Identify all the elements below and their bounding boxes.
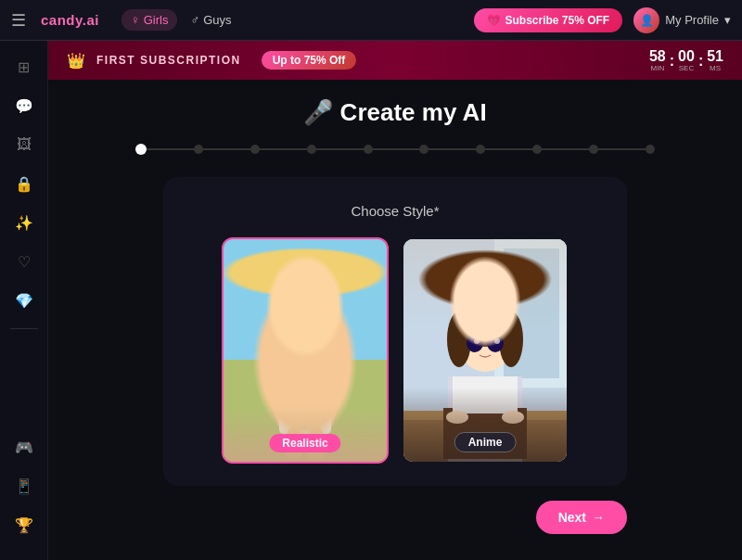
promo-banner: 👑 FIRST SUBSCRIPTION Up to 75% Off 58 Mi… — [48, 41, 742, 80]
realistic-image — [224, 239, 387, 462]
svg-point-6 — [277, 295, 333, 336]
next-label: Next — [558, 510, 586, 525]
progress-dot-3 — [307, 145, 316, 154]
progress-dot-2 — [250, 145, 260, 154]
progress-dot-4 — [364, 145, 373, 154]
svg-point-8 — [317, 309, 339, 355]
timer-minutes: 58 Min — [649, 49, 666, 72]
sidebar-icon-lock[interactable]: 🔒 — [7, 167, 41, 200]
crown-icon: 👑 — [67, 52, 85, 70]
timer-sep-2: : — [698, 53, 703, 70]
timer-ms: 51 Ms — [707, 49, 723, 72]
arrow-right-icon: → — [592, 510, 605, 525]
promo-timer: 58 Min : 00 Sec : 51 Ms — [649, 49, 723, 72]
svg-point-26 — [499, 312, 523, 367]
sidebar-icon-image[interactable]: 🖼 — [7, 128, 41, 161]
sidebar: ⊞ 💬 🖼 🔒 ✨ ♡ 💎 🎮 📱 🏆 — [0, 41, 48, 560]
subscribe-button[interactable]: 💗 Subscribe 75% OFF — [474, 8, 623, 32]
style-section-title: Choose Style* — [193, 203, 597, 219]
sidebar-divider — [10, 328, 38, 329]
svg-rect-22 — [453, 376, 518, 414]
timer-sec-label: Sec — [679, 64, 694, 72]
heart-icon: 💗 — [487, 14, 501, 27]
svg-point-23 — [457, 307, 513, 372]
promo-text: FIRST SUBSCRIPTION — [96, 54, 241, 67]
realistic-svg — [224, 239, 387, 462]
sidebar-icon-phone[interactable]: 📱 — [7, 469, 41, 503]
timer-ms-value: 51 — [707, 49, 723, 64]
svg-point-33 — [502, 411, 524, 424]
guys-label: Guys — [203, 13, 231, 27]
svg-point-31 — [494, 338, 500, 344]
svg-point-11 — [263, 371, 288, 414]
sidebar-icon-diamond[interactable]: 💎 — [7, 284, 41, 317]
progress-dot-6 — [476, 145, 485, 154]
sidebar-icon-trophy[interactable]: 🏆 — [7, 508, 41, 541]
style-card-anime[interactable]: Anime — [402, 237, 569, 464]
gender-selector: ♀ Girls ♂ Guys — [122, 9, 241, 31]
content-area: 👑 FIRST SUBSCRIPTION Up to 75% Off 58 Mi… — [48, 41, 742, 560]
style-container: Choose Style* — [163, 177, 627, 486]
sidebar-bottom: 🎮 📱 🏆 — [7, 430, 41, 551]
svg-rect-27 — [455, 313, 515, 332]
svg-point-5 — [279, 298, 331, 357]
style-cards: Realistic — [193, 237, 597, 464]
timer-ms-label: Ms — [710, 64, 721, 72]
sidebar-icon-chat[interactable]: 💬 — [7, 89, 41, 122]
anime-label: Anime — [454, 432, 517, 452]
progress-line-1 — [203, 148, 250, 150]
progress-dot-8 — [589, 145, 598, 154]
svg-point-24 — [455, 302, 515, 347]
brand-candy: candy — [41, 12, 83, 28]
progress-dot-7 — [532, 145, 542, 154]
svg-point-7 — [271, 309, 293, 355]
brand-ai: ai — [86, 12, 99, 28]
hamburger-icon[interactable]: ☰ — [11, 10, 26, 31]
svg-point-10 — [309, 326, 316, 332]
create-ai-title: 🎤 Create my AI — [303, 98, 486, 127]
progress-line-8 — [598, 148, 646, 150]
brand-logo: candy.ai — [41, 12, 99, 28]
chevron-down-icon: ▾ — [724, 13, 731, 27]
svg-point-30 — [474, 338, 480, 344]
gender-guys[interactable]: ♂ Guys — [181, 9, 240, 31]
svg-rect-15 — [403, 239, 567, 462]
progress-line-4 — [373, 148, 420, 150]
anime-svg — [403, 239, 567, 462]
male-icon: ♂ — [190, 13, 199, 27]
progress-line-0 — [147, 148, 194, 150]
main-layout: ⊞ 💬 🖼 🔒 ✨ ♡ 💎 🎮 📱 🏆 👑 FIRST SUBSCRIPTION… — [0, 41, 742, 560]
female-icon: ♀ — [131, 13, 140, 27]
svg-point-3 — [277, 364, 333, 401]
gender-girls[interactable]: ♀ Girls — [122, 9, 177, 31]
progress-line-6 — [485, 148, 532, 150]
timer-sec-value: 00 — [678, 49, 695, 64]
girls-label: Girls — [144, 13, 169, 27]
svg-rect-4 — [279, 408, 331, 434]
progress-line-7 — [542, 148, 589, 150]
progress-line-2 — [260, 148, 307, 150]
svg-rect-17 — [504, 248, 559, 378]
next-button[interactable]: Next → — [536, 501, 627, 534]
profile-button[interactable]: 👤 My Profile ▾ — [633, 7, 731, 33]
sidebar-icon-magic[interactable]: ✨ — [7, 206, 41, 239]
timer-sep-1: : — [670, 53, 674, 70]
svg-point-2 — [273, 346, 338, 448]
profile-label: My Profile — [665, 13, 719, 27]
style-card-realistic[interactable]: Realistic — [222, 237, 389, 464]
promo-badge[interactable]: Up to 75% Off — [262, 51, 357, 70]
svg-rect-0 — [224, 239, 387, 462]
svg-point-29 — [487, 334, 504, 352]
svg-point-28 — [467, 334, 483, 352]
progress-line-3 — [316, 148, 364, 150]
timer-min-label: Min — [651, 64, 665, 72]
sidebar-icon-home[interactable]: ⊞ — [7, 50, 41, 83]
topnav-right: 💗 Subscribe 75% OFF 👤 My Profile ▾ — [474, 7, 732, 33]
sidebar-icon-discord[interactable]: 🎮 — [7, 430, 41, 464]
realistic-label: Realistic — [269, 434, 340, 452]
sidebar-icon-heart[interactable]: ♡ — [7, 245, 41, 278]
svg-point-12 — [323, 371, 348, 414]
progress-track — [135, 144, 655, 155]
progress-dot-5 — [419, 145, 429, 154]
subscribe-label: Subscribe 75% OFF — [505, 14, 610, 27]
